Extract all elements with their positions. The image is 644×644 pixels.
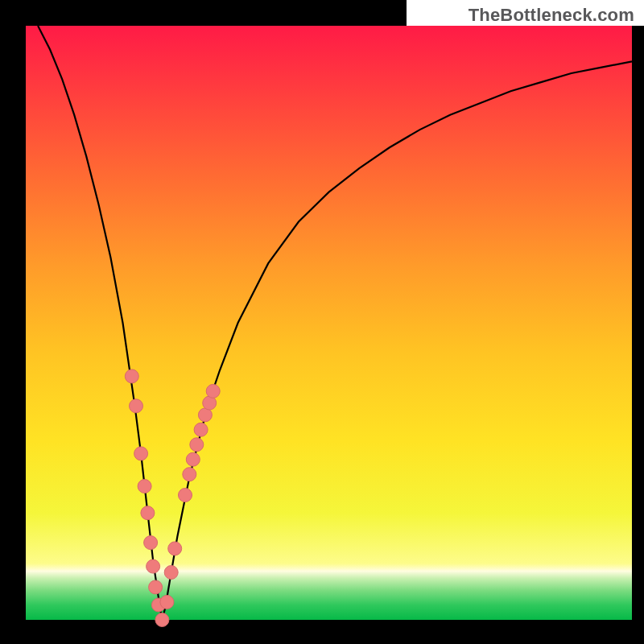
data-dot <box>168 542 182 555</box>
data-dot <box>160 595 174 609</box>
data-dot <box>206 384 220 398</box>
data-dot <box>125 369 138 383</box>
data-dot <box>155 613 169 627</box>
data-dot <box>179 489 192 502</box>
frame-right <box>632 0 644 644</box>
data-dot <box>147 559 160 573</box>
data-dot <box>164 566 178 580</box>
bottleneck-chart <box>0 0 644 644</box>
data-dot <box>144 536 158 550</box>
watermark: TheBottleneck.com <box>469 5 634 26</box>
data-dot <box>186 452 200 466</box>
frame-bottom <box>0 620 644 644</box>
data-dot <box>141 506 155 520</box>
data-dot <box>134 447 148 460</box>
data-dot <box>130 399 143 413</box>
data-dot <box>149 580 163 594</box>
plot-bg <box>26 26 632 620</box>
data-dot <box>138 480 151 493</box>
frame-left <box>0 0 26 644</box>
data-dot <box>190 438 204 452</box>
data-dot <box>183 468 196 481</box>
data-dot <box>194 423 208 436</box>
